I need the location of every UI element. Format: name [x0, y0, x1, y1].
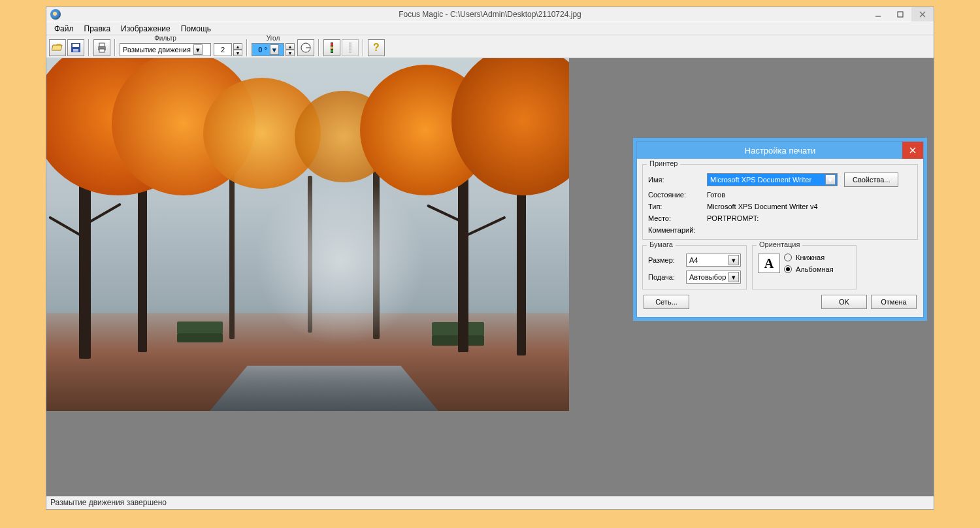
printer-name-value: Microsoft XPS Document Writer	[710, 176, 811, 184]
printer-legend: Принтер	[647, 159, 680, 167]
svg-rect-9	[99, 49, 105, 52]
svg-point-19	[349, 50, 351, 52]
source-label: Подача:	[648, 273, 686, 281]
window-title: Focus Magic - C:\Users\Admin\Desktop\211…	[46, 10, 934, 19]
type-value: Microsoft XPS Document Writer v4	[707, 203, 818, 210]
spinner-up[interactable]: ▲	[233, 43, 242, 50]
orientation-legend: Ориентация	[757, 240, 802, 248]
help-button[interactable]: ?	[368, 39, 385, 56]
angle-label: Угол	[267, 35, 280, 43]
printer-name-combo[interactable]: Microsoft XPS Document Writer ▾	[707, 173, 838, 186]
statusbar: Размытие движения завершено	[46, 496, 934, 509]
svg-rect-5	[73, 44, 79, 47]
question-icon: ?	[373, 42, 380, 54]
cancel-button[interactable]: Отмена	[871, 295, 917, 309]
orientation-groupbox: Ориентация A Книжная Альбомная	[752, 245, 857, 289]
status-value: Готов	[707, 191, 725, 199]
toolbar-separator	[363, 39, 364, 56]
chevron-down-icon: ▾	[270, 44, 279, 55]
radio-icon	[784, 265, 792, 273]
paper-size-combo[interactable]: A4 ▾	[686, 254, 741, 267]
dialog-title: Настройка печати	[745, 146, 815, 156]
chevron-down-icon: ▾	[193, 44, 203, 55]
status-text: Размытие движения завершено	[50, 498, 167, 507]
toolbar-separator	[114, 39, 116, 56]
comment-label: Комментарий:	[648, 226, 707, 234]
menu-help[interactable]: Помощь	[176, 23, 216, 35]
landscape-label: Альбомная	[796, 265, 834, 273]
image-canvas	[46, 58, 569, 411]
print-button[interactable]	[93, 39, 110, 56]
svg-point-15	[331, 50, 333, 52]
process-button[interactable]	[323, 39, 340, 56]
printer-groupbox: Принтер Имя: Microsoft XPS Document Writ…	[642, 164, 918, 240]
network-button[interactable]: Сеть...	[644, 295, 689, 309]
portrait-radio[interactable]: Книжная	[784, 254, 834, 261]
titlebar: Focus Magic - C:\Users\Admin\Desktop\211…	[46, 7, 934, 22]
toolbar-separator	[88, 39, 90, 56]
undo-button[interactable]	[342, 39, 359, 56]
menubar: Файл Правка Изображение Помощь	[46, 22, 934, 35]
close-button[interactable]	[911, 7, 934, 22]
paper-groupbox: Бумага Размер: A4 ▾ Подача: Автовыбор ▾	[642, 245, 747, 289]
print-setup-dialog: Настройка печати Принтер Имя: Microsoft …	[636, 141, 924, 318]
toolbar-separator	[246, 39, 248, 56]
paper-source-value: Автовыбор	[689, 273, 726, 281]
printer-name-label: Имя:	[648, 176, 707, 184]
app-window: Focus Magic - C:\Users\Admin\Desktop\211…	[46, 7, 934, 510]
menu-image[interactable]: Изображение	[116, 23, 176, 35]
orientation-icon: A	[758, 254, 780, 273]
chevron-down-icon: ▾	[728, 255, 739, 265]
radio-icon	[784, 254, 792, 261]
paper-source-combo[interactable]: Автовыбор ▾	[686, 271, 741, 284]
svg-point-14	[331, 46, 333, 49]
toolbar-separator	[318, 39, 319, 56]
dialog-close-button[interactable]	[902, 142, 923, 159]
maximize-button[interactable]	[889, 7, 911, 22]
svg-point-18	[349, 46, 351, 49]
angle-spinner-up[interactable]: ▲	[286, 43, 295, 50]
status-label: Состояние:	[648, 191, 707, 199]
save-button[interactable]	[67, 39, 84, 56]
dialog-titlebar[interactable]: Настройка печати	[637, 142, 923, 159]
paper-size-value: A4	[689, 256, 698, 264]
angle-combo[interactable]: 0 ° ▾	[252, 43, 284, 56]
paper-legend: Бумага	[647, 240, 676, 248]
filter-label: Фильтр	[154, 35, 176, 43]
ok-button[interactable]: OK	[821, 295, 867, 309]
svg-rect-1	[898, 12, 903, 17]
size-label: Размер:	[648, 256, 686, 264]
spinner-down[interactable]: ▼	[233, 50, 242, 56]
filter-combo[interactable]: Размытие движения ▾	[120, 43, 211, 56]
minimize-button[interactable]	[867, 7, 889, 22]
app-icon	[50, 9, 61, 20]
svg-rect-8	[99, 43, 105, 46]
chevron-down-icon: ▾	[825, 174, 836, 185]
svg-point-17	[349, 43, 351, 46]
landscape-radio[interactable]: Альбомная	[784, 265, 834, 273]
portrait-label: Книжная	[796, 254, 825, 261]
angle-dial-button[interactable]	[297, 39, 314, 56]
angle-spinner-down[interactable]: ▼	[286, 50, 295, 56]
filter-value: Размытие движения	[123, 46, 191, 54]
svg-point-13	[331, 43, 333, 46]
where-value: PORTPROMPT:	[707, 214, 759, 222]
where-label: Место:	[648, 214, 707, 222]
properties-button[interactable]: Свойства...	[844, 173, 898, 187]
chevron-down-icon: ▾	[728, 272, 739, 282]
open-button[interactable]	[49, 39, 66, 56]
blur-width-input[interactable]: 2	[214, 43, 232, 56]
type-label: Тип:	[648, 203, 707, 210]
toolbar: Фильтр Размытие движения ▾ 2 ▲ ▼ Угол	[46, 35, 934, 58]
angle-value: 0 °	[258, 46, 267, 54]
svg-rect-6	[73, 49, 78, 52]
